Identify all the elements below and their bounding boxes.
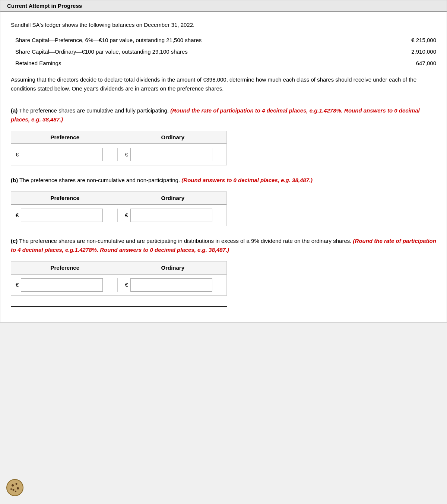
part-a-ordinary-input[interactable] [130, 148, 212, 161]
part-b-ordinary-header: Ordinary [119, 192, 227, 204]
part-c-preference-euro: € [16, 282, 19, 288]
part-c-ordinary-euro: € [125, 282, 128, 288]
part-b-preference-header: Preference [11, 192, 119, 204]
part-c-preference-header: Preference [11, 261, 119, 274]
part-a-input-row: € € [11, 144, 226, 165]
balance-row-ordinary: Share Capital—Ordinary—€100 par value, o… [15, 48, 436, 55]
part-a-preference-header: Preference [11, 131, 119, 143]
part-b-preference-cell: € [16, 209, 118, 222]
balance-value-preference: € 215,000 [391, 37, 436, 43]
balance-label-retained: Retained Earnings [15, 60, 384, 66]
part-b-static: The preference shares are non-cumulative… [18, 177, 181, 183]
part-b-answer-table: Preference Ordinary € € [11, 191, 227, 226]
part-c-ordinary-header: Ordinary [119, 261, 227, 274]
part-a-ordinary-cell: € [121, 148, 222, 161]
part-b-input-row: € € [11, 205, 226, 226]
part-c-input-row: € € [11, 275, 226, 295]
part-a-preference-euro: € [16, 151, 19, 158]
page-header: Current Attempt in Progress [0, 0, 447, 12]
part-b-ordinary-cell: € [121, 209, 222, 222]
problem-text: Assuming that the directors decide to de… [11, 75, 436, 93]
part-b-header-row: Preference Ordinary [11, 192, 226, 205]
part-a-header-row: Preference Ordinary [11, 131, 226, 144]
balance-value-ordinary: 2,910,000 [391, 48, 436, 55]
part-b-text: (b) The preference shares are non-cumula… [11, 176, 436, 185]
balance-label-ordinary: Share Capital—Ordinary—€100 par value, o… [15, 48, 384, 55]
part-c-ordinary-cell: € [121, 278, 222, 292]
part-a-preference-input[interactable] [21, 148, 103, 161]
part-c-preference-input[interactable] [21, 278, 103, 292]
part-a-text: (a) The preference shares are cumulative… [11, 106, 436, 124]
balance-row-preference: Share Capital—Preference, 6%—€10 par val… [15, 37, 436, 43]
part-b-ordinary-input[interactable] [130, 209, 212, 222]
intro-text: Sandhill SA's ledger shows the following… [11, 21, 436, 29]
part-c-text: (c) The preference shares are non-cumula… [11, 237, 436, 254]
balance-label-preference: Share Capital—Preference, 6%—€10 par val… [15, 37, 384, 43]
part-a-ordinary-euro: € [125, 151, 128, 158]
bottom-line [11, 306, 227, 307]
balance-table: Share Capital—Preference, 6%—€10 par val… [15, 37, 436, 66]
part-b-preference-euro: € [16, 212, 19, 218]
balance-row-retained: Retained Earnings 647,000 [15, 60, 436, 66]
part-c-label: (c) [11, 238, 18, 244]
part-b-preference-input[interactable] [21, 209, 103, 222]
part-a-preference-cell: € [16, 148, 118, 161]
part-c-answer-table: Preference Ordinary € € [11, 261, 227, 296]
part-a-ordinary-header: Ordinary [119, 131, 227, 143]
part-c-preference-cell: € [16, 278, 118, 292]
part-b-label: (b) [11, 177, 18, 183]
part-a-label: (a) [11, 107, 18, 114]
part-c-static: The preference shares are non-cumulative… [18, 238, 353, 244]
part-a-static: The preference shares are cumulative and… [18, 107, 170, 114]
part-b-red: (Round answers to 0 decimal places, e.g.… [181, 177, 313, 183]
part-c-ordinary-input[interactable] [130, 278, 212, 292]
part-b-ordinary-euro: € [125, 212, 128, 218]
part-c-header-row: Preference Ordinary [11, 261, 226, 275]
balance-value-retained: 647,000 [391, 60, 436, 66]
part-a-answer-table: Preference Ordinary € € [11, 131, 227, 165]
